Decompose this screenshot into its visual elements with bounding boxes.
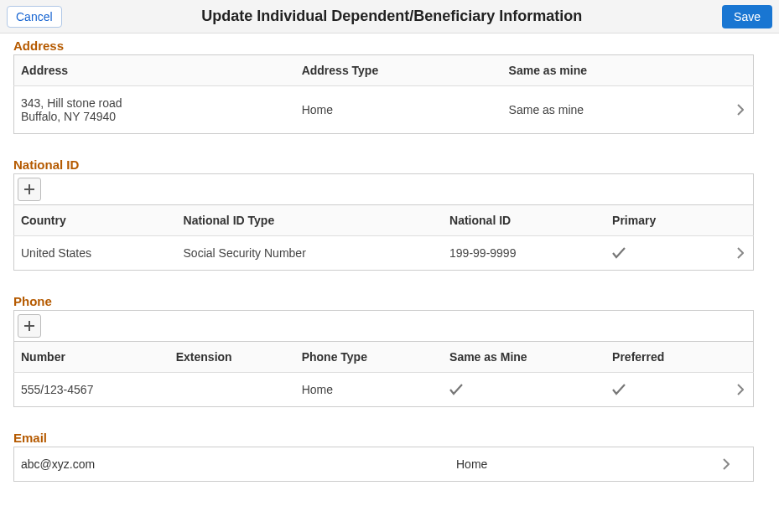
email-row-chevron[interactable] [723,458,746,470]
phone-col-ext: Extension [169,342,295,373]
phone-add-wrap [13,310,754,341]
national-id-row[interactable]: United States Social Security Number 199… [14,236,754,271]
nid-row-chevron[interactable] [730,236,754,271]
address-row[interactable]: 343, Hill stone road Buffalo, NY 74940 H… [14,86,754,134]
address-row-chevron[interactable] [730,86,754,134]
nid-col-country: Country [14,205,177,236]
phone-cell-same [443,373,605,407]
phone-title: Phone [13,294,754,308]
nid-cell-country: United States [14,236,177,271]
email-address: abc@xyz.com [21,457,456,471]
address-cell-type: Home [295,86,502,134]
address-cell-same: Same as mine [502,86,730,134]
phone-cell-pref [605,373,730,407]
nid-cell-type: Social Security Number [177,236,444,271]
email-row[interactable]: abc@xyz.com Home [13,447,754,482]
national-id-title: National ID [13,158,754,172]
address-section: Address Address Address Type Same as min… [13,39,754,134]
nid-cell-primary [605,236,730,271]
phone-section: Phone Number Extension Phone Type Same a… [13,294,754,407]
cancel-button[interactable]: Cancel [7,6,62,28]
nid-col-type: National ID Type [177,205,444,236]
phone-add-button[interactable] [18,314,41,338]
address-col-type: Address Type [295,55,502,86]
email-type: Home [456,457,487,471]
chevron-right-icon [737,384,744,395]
check-icon [449,384,463,395]
national-id-table: Country National ID Type National ID Pri… [13,204,754,271]
address-col-address: Address [14,55,295,86]
phone-col-pref: Preferred [605,342,730,373]
email-title: Email [13,431,754,445]
email-section: Email abc@xyz.com Home [13,431,754,482]
page-title: Update Individual Dependent/Beneficiary … [62,8,722,25]
plus-icon [23,320,35,332]
plus-icon [23,183,35,195]
phone-row[interactable]: 555/123-4567 Home [14,373,754,407]
phone-cell-number: 555/123-4567 [14,373,169,407]
phone-cell-type: Home [295,373,443,407]
save-button[interactable]: Save [722,5,772,28]
national-id-section: National ID Country National ID Type Nat… [13,158,754,271]
address-title: Address [13,39,754,53]
nid-cell-id: 199-99-9999 [443,236,605,271]
phone-table: Number Extension Phone Type Same as Mine… [13,341,754,407]
chevron-right-icon [737,247,744,259]
national-id-add-wrap [13,173,754,204]
nid-col-id: National ID [443,205,605,236]
check-icon [612,247,626,259]
phone-col-number: Number [14,342,169,373]
address-table: Address Address Type Same as mine 343, H… [13,54,754,134]
nid-col-primary: Primary [605,205,730,236]
scroll-content[interactable]: Address Address Address Type Same as min… [0,34,767,532]
check-icon [612,384,626,395]
phone-col-same: Same as Mine [443,342,605,373]
chevron-right-icon [737,104,744,116]
phone-cell-ext [169,373,295,407]
phone-col-type: Phone Type [295,342,443,373]
address-cell-address: 343, Hill stone road Buffalo, NY 74940 [14,86,295,134]
chevron-right-icon [723,458,730,470]
national-id-add-button[interactable] [18,178,41,201]
phone-row-chevron[interactable] [730,373,754,407]
page-header: Cancel Update Individual Dependent/Benef… [0,0,779,34]
address-col-same: Same as mine [502,55,730,86]
